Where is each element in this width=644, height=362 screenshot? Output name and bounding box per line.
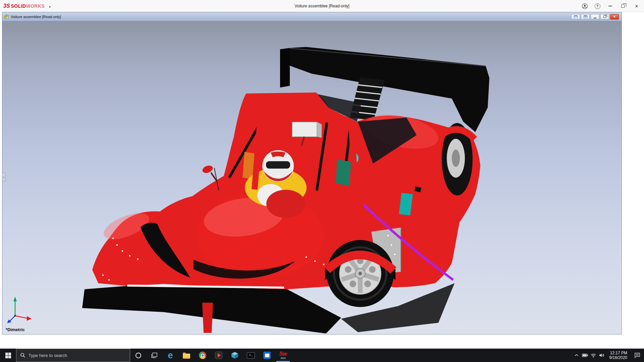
restore-icon <box>621 4 625 8</box>
cortana-icon <box>136 353 141 358</box>
cortana-button[interactable] <box>130 349 146 362</box>
flyout-chevron-icon: ‹ <box>3 175 4 179</box>
hidden-icons-button[interactable] <box>573 349 581 362</box>
chevron-up-icon <box>575 354 579 357</box>
3d-scene[interactable] <box>2 21 622 334</box>
battery-status[interactable] <box>581 349 589 362</box>
search-icon <box>20 353 25 358</box>
screen: 3S SOLID WORKS ▸ Voiture assemblee [Read… <box>0 0 644 362</box>
photos-icon <box>263 352 271 359</box>
start-button[interactable] <box>0 349 16 362</box>
search-placeholder: Type here to search <box>29 353 67 358</box>
console-icon: >_ <box>247 352 255 359</box>
solidworks-taskbar-button[interactable]: Sw 2020 <box>275 349 291 362</box>
window-pane-icon <box>574 15 578 18</box>
close-icon: × <box>635 3 638 9</box>
3d-viewport[interactable]: *Dimetric ‹ <box>2 21 622 334</box>
chrome-icon <box>199 352 206 359</box>
system-tray: 12:17 PM 9/16/2020 <box>573 349 644 362</box>
doc-restore-button[interactable] <box>600 14 609 19</box>
action-center-button[interactable] <box>631 349 644 362</box>
file-explorer-icon <box>183 354 190 359</box>
taskbar-icons: e >_ <box>130 349 291 362</box>
solidworks-app-icon: Sw 2020 <box>279 351 287 359</box>
reference-triad[interactable] <box>7 297 32 323</box>
clock-date: 9/16/2020 <box>609 355 627 360</box>
app-window-controls: ? × <box>578 0 644 12</box>
media-player-icon <box>215 352 222 359</box>
minimize-icon <box>608 6 612 6</box>
featuremanager-flyout-tab[interactable]: ‹ <box>2 173 5 181</box>
doc-minimize-button[interactable] <box>591 14 599 19</box>
clock-time: 12:17 PM <box>610 351 627 355</box>
app-window-title: Voiture assemblee [Read-only] <box>294 0 349 12</box>
doc-close-button[interactable]: × <box>610 14 619 19</box>
app-minimize-button[interactable] <box>604 0 616 12</box>
green-panel <box>336 159 351 186</box>
doc-close-icon: × <box>613 15 615 18</box>
solidworks-logo: 3S SOLID WORKS ▸ <box>0 3 51 9</box>
help-button[interactable]: ? <box>591 0 604 12</box>
taskbar-clock[interactable]: 12:17 PM 9/16/2020 <box>606 351 631 360</box>
app-close-button[interactable]: × <box>629 0 644 12</box>
chrome-button[interactable] <box>195 349 211 362</box>
assembly-document-icon <box>4 14 9 19</box>
photos-button[interactable] <box>259 349 275 362</box>
task-view-icon <box>151 353 157 358</box>
cad-cube-icon <box>231 352 238 359</box>
media-player-button[interactable] <box>211 349 227 362</box>
app-titlebar: 3S SOLID WORKS ▸ Voiture assemblee [Read… <box>0 0 644 12</box>
view-orientation-label: *Dimetric <box>6 327 25 332</box>
wifi-icon <box>590 353 596 358</box>
battery-icon <box>582 353 588 357</box>
speaker-icon <box>599 353 605 358</box>
app-restore-button[interactable] <box>616 0 629 12</box>
document-window: Voiture assemblee [Read-only] × <box>2 12 622 335</box>
document-titlebar[interactable]: Voiture assemblee [Read-only] × <box>2 12 622 21</box>
document-window-controls: × <box>571 14 620 19</box>
menu-expand-icon[interactable]: ▸ <box>49 5 51 8</box>
console-button[interactable]: >_ <box>243 349 259 362</box>
network-status[interactable] <box>589 349 598 362</box>
edrawings-button[interactable] <box>227 349 243 362</box>
split-window-icon <box>584 15 587 18</box>
document-title: Voiture assemblee [Read-only] <box>11 15 61 19</box>
file-explorer-button[interactable] <box>178 349 195 362</box>
doc-restore-icon <box>603 15 606 18</box>
account-button[interactable] <box>578 0 591 12</box>
windows-taskbar: Type here to search e <box>0 349 644 362</box>
edge-button[interactable]: e <box>162 349 178 362</box>
task-view-button[interactable] <box>146 349 162 362</box>
edge-icon: e <box>168 351 173 360</box>
doc-split-view-button[interactable] <box>581 14 590 19</box>
user-account-icon <box>582 3 588 9</box>
taskbar-search[interactable]: Type here to search <box>16 349 130 362</box>
help-icon: ? <box>595 3 600 9</box>
action-center-icon <box>634 353 640 358</box>
brand-works: WORKS <box>26 3 45 9</box>
brand-solid: SOLID <box>11 3 26 9</box>
doc-minimize-icon <box>594 18 596 18</box>
3ds-logo-icon: 3S <box>3 3 10 9</box>
doc-view-toggle-button[interactable] <box>571 14 580 19</box>
volume-status[interactable] <box>598 349 606 362</box>
windows-logo-icon <box>5 353 11 358</box>
